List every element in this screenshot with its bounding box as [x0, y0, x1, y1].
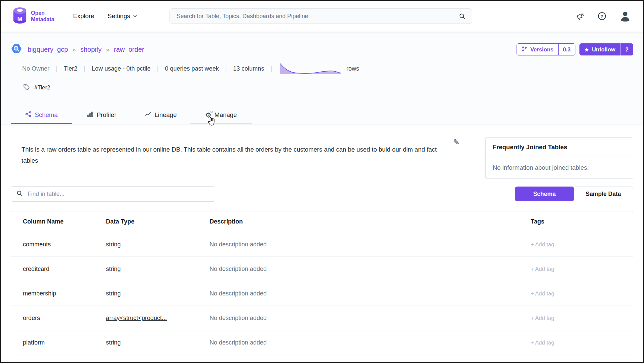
tags-cell: + Add tag: [519, 241, 633, 248]
schema-tab-content: This is a raw orders table as represente…: [1, 124, 643, 363]
add-tag-button[interactable]: + Add tag: [531, 266, 554, 272]
description-cell: No description added: [198, 266, 519, 273]
breadcrumb-table[interactable]: raw_order: [102, 46, 144, 53]
header-description: Description: [198, 218, 519, 225]
search-icon[interactable]: [459, 13, 466, 20]
frequently-joined-tables-card: Frequently Joined Tables No information …: [485, 137, 633, 179]
column-name-cell: membership: [11, 290, 94, 297]
version-branch-icon: [522, 46, 527, 53]
find-in-table-input[interactable]: [27, 190, 210, 198]
unfollow-label: Unfollow: [592, 46, 615, 53]
entity-stats: No Owner Tier2 Low usage - 0th pctile 0 …: [11, 63, 633, 75]
breadcrumb: bigquery_gcp shopify raw_order: [28, 46, 144, 53]
svg-text:?: ?: [601, 14, 603, 19]
entity-tabs: Schema Profiler: [1, 106, 643, 124]
profiler-tab-icon: [87, 111, 93, 119]
unfollow-button[interactable]: ★ Unfollow 2: [579, 43, 633, 55]
versions-button[interactable]: Versions 0.3: [517, 43, 575, 55]
tags-cell: + Add tag: [519, 315, 633, 322]
top-navigation-bar: M Open Metadata Explore Settings: [1, 1, 643, 32]
header-tags: Tags: [519, 218, 633, 225]
table-description: This is a raw orders table as represente…: [22, 144, 444, 166]
breadcrumb-database[interactable]: shopify: [68, 46, 102, 53]
table-row: orders array<struct<product... No descri…: [11, 306, 633, 330]
gear-icon: ⚙: [205, 112, 212, 119]
tags-cell: + Add tag: [519, 266, 633, 273]
description-cell: No description added: [198, 315, 519, 322]
user-avatar[interactable]: [619, 10, 631, 22]
primary-nav: Explore Settings: [73, 12, 137, 20]
column-name-cell: comments: [11, 241, 94, 248]
description-cell: No description added: [198, 339, 519, 346]
schema-tab-icon: [25, 111, 32, 119]
lineage-tab-icon: [145, 111, 152, 119]
nav-settings[interactable]: Settings: [108, 12, 137, 20]
tags-cell: + Add tag: [519, 339, 633, 346]
entity-header: bigquery_gcp shopify raw_order Versions: [1, 32, 643, 124]
column-name-cell: platform: [11, 339, 94, 346]
table-row-partial: [11, 355, 633, 363]
stat-usage: Low usage - 0th pctile: [92, 65, 165, 72]
rows-label: rows: [346, 65, 359, 72]
joined-tables-empty-message: No information about joined tables.: [486, 157, 633, 178]
joined-tables-title: Frequently Joined Tables: [486, 138, 633, 157]
columns-table: Column Name Data Type Description Tags c…: [11, 211, 633, 363]
add-tag-button[interactable]: + Add tag: [531, 315, 554, 321]
tag-icon: [23, 83, 30, 92]
data-type-cell: array<struct<product...: [94, 315, 198, 322]
description-cell: No description added: [198, 290, 519, 297]
versions-label: Versions: [530, 46, 554, 53]
tier-tag: #Tier2: [34, 84, 50, 91]
tags-cell: + Add tag: [519, 290, 633, 297]
header-column-name: Column Name: [11, 218, 94, 225]
toggle-schema-button[interactable]: Schema: [515, 187, 574, 201]
svg-text:M: M: [17, 16, 22, 23]
tab-profiler[interactable]: Profiler: [72, 106, 131, 124]
logo-wordmark: Open Metadata: [31, 10, 54, 23]
version-number: 0.3: [558, 44, 575, 55]
data-type-cell: string: [94, 266, 198, 273]
table-row: comments string No description added + A…: [11, 232, 633, 257]
topbar-actions: ?: [576, 10, 631, 22]
tab-schema[interactable]: Schema: [11, 106, 72, 124]
view-toggle: Schema Sample Data: [515, 187, 633, 201]
breadcrumb-service[interactable]: bigquery_gcp: [28, 46, 68, 53]
table-row: platform string No description added + A…: [11, 330, 633, 355]
chevron-down-icon: [133, 12, 137, 20]
global-search-input[interactable]: [176, 12, 459, 20]
header-data-type: Data Type: [94, 218, 198, 225]
bigquery-service-icon: [11, 43, 22, 56]
columns-table-header: Column Name Data Type Description Tags: [11, 211, 633, 232]
find-search-icon: [16, 190, 23, 198]
column-name-cell: creditcard: [11, 266, 94, 273]
stat-columns: 13 columns: [233, 65, 278, 72]
table-row: membership string No description added +…: [11, 281, 633, 306]
openmetadata-logo[interactable]: M Open Metadata: [12, 7, 54, 25]
follower-count[interactable]: 2: [620, 43, 633, 55]
tab-lineage[interactable]: Lineage: [131, 106, 190, 124]
toggle-sample-data-button[interactable]: Sample Data: [574, 187, 633, 201]
openmetadata-logo-icon: M: [12, 7, 28, 25]
column-name-cell: orders: [11, 315, 94, 322]
edit-description-icon[interactable]: ✎: [453, 138, 460, 146]
data-type-cell: string: [94, 339, 198, 346]
tab-manage[interactable]: ⚙ Manage: [190, 106, 252, 124]
data-type-cell: string: [94, 290, 198, 297]
announcements-icon[interactable]: [576, 12, 585, 21]
stat-tier: Tier2: [64, 65, 92, 72]
data-type-cell: string: [94, 241, 198, 248]
app-window: M Open Metadata Explore Settings: [0, 0, 644, 363]
add-tag-button[interactable]: + Add tag: [531, 241, 554, 247]
stat-owner: No Owner: [22, 65, 64, 72]
add-tag-button[interactable]: + Add tag: [531, 290, 554, 296]
table-row: creditcard string No description added +…: [11, 257, 633, 281]
entity-tags: #Tier2: [11, 83, 633, 92]
help-icon[interactable]: ?: [598, 12, 606, 21]
global-search[interactable]: [169, 8, 472, 24]
find-in-table[interactable]: [11, 186, 215, 202]
nav-explore[interactable]: Explore: [73, 12, 94, 20]
description-cell: No description added: [198, 241, 519, 248]
add-tag-button[interactable]: + Add tag: [531, 339, 554, 346]
rows-trend-sparkline: [280, 63, 341, 75]
star-icon: ★: [584, 47, 589, 52]
